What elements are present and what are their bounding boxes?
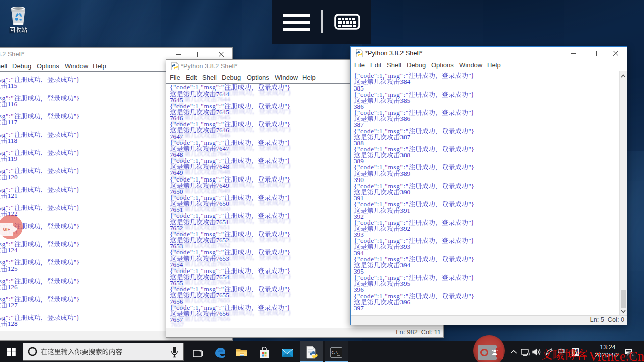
svg-text:C:\: C:\: [332, 351, 338, 355]
